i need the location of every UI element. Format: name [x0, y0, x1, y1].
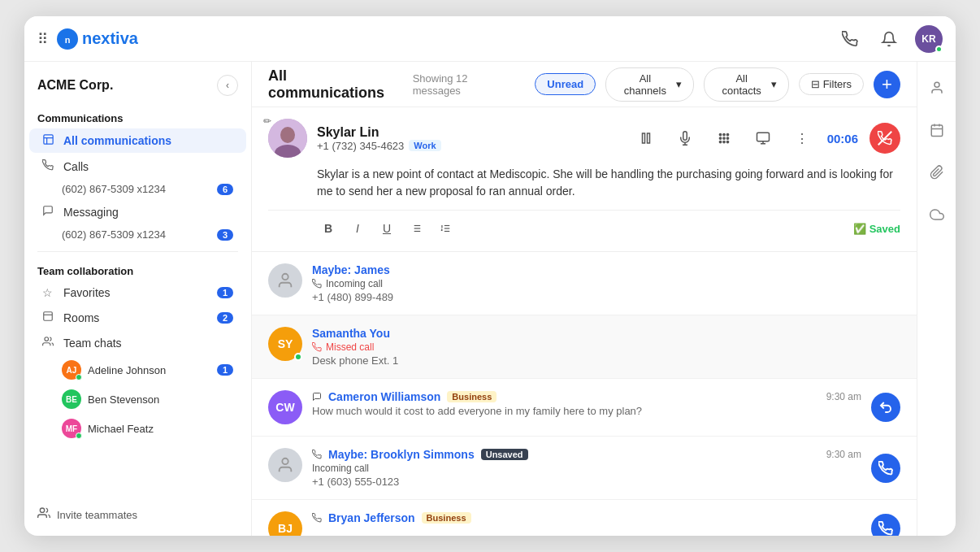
sidebar-item-all-communications[interactable]: All communications: [29, 128, 246, 153]
pause-icon[interactable]: [632, 124, 660, 152]
call-header: ✏ Skylar Lin: [268, 119, 900, 158]
cameron-tag: Business: [447, 391, 497, 402]
cameron-top: Cameron Williamson Business 9:30 am: [312, 390, 861, 403]
call-note[interactable]: Skylar is a new point of contact at Medi…: [268, 166, 900, 200]
call-controls: ⋮ 00:06: [632, 123, 900, 154]
bryan-avatar: BJ: [268, 511, 302, 536]
svg-rect-34: [931, 125, 943, 137]
team-chat-adeline[interactable]: AJ Adeline Johnson 1: [29, 356, 246, 384]
screen-share-icon[interactable]: [749, 124, 777, 152]
italic-btn[interactable]: I: [346, 217, 369, 240]
brooklyn-preview: +1 (603) 555-0123: [312, 476, 861, 488]
samantha-avatar: SY: [268, 327, 302, 361]
rs-attachment-icon[interactable]: [924, 159, 950, 185]
more-options-icon[interactable]: ⋮: [788, 124, 816, 152]
ordered-list-btn[interactable]: [434, 217, 457, 240]
bullet-list-btn[interactable]: [405, 217, 427, 240]
adeline-avatar: AJ: [62, 360, 81, 380]
messaging-badge: 3: [217, 229, 233, 241]
call-icon: [312, 450, 322, 459]
samantha-preview: Desk phone Ext. 1: [312, 354, 900, 367]
michael-avatar: MF: [62, 419, 81, 438]
bryan-name: Bryan Jefferson: [328, 511, 415, 524]
add-button[interactable]: +: [874, 71, 900, 98]
bold-btn[interactable]: B: [317, 217, 340, 240]
cameron-reply-btn[interactable]: [871, 393, 900, 422]
filters-btn[interactable]: ⊟ Filters: [799, 73, 864, 95]
grid-icon[interactable]: ⠿: [37, 30, 48, 48]
sidebar-item-team-chats[interactable]: Team chats: [29, 331, 246, 354]
call-toolbar: B I U ✅ Saved: [268, 210, 900, 240]
sidebar-messaging-number[interactable]: (602) 867-5309 x1234 3: [29, 225, 246, 244]
all-channels-label: All channels: [618, 72, 673, 97]
svg-point-16: [726, 137, 728, 139]
svg-rect-2: [44, 135, 53, 144]
all-contacts-chevron: ▾: [771, 78, 777, 90]
james-name: Maybe: James: [312, 263, 390, 276]
svg-point-17: [719, 141, 721, 142]
bryan-call-icon: [312, 513, 322, 523]
calls-icon: [42, 159, 57, 173]
right-sidebar: [917, 62, 956, 536]
rs-cloud-icon[interactable]: [924, 202, 950, 228]
message-item-cameron[interactable]: CW Cameron Williamson Business 9:30 am H…: [252, 379, 917, 437]
messaging-number-label: (602) 867-5309 x1234: [62, 228, 210, 241]
all-contacts-btn[interactable]: All contacts ▾: [704, 67, 789, 102]
invite-teammates[interactable]: Invite teammates: [24, 497, 251, 523]
sidebar-item-rooms[interactable]: Rooms 2: [29, 306, 246, 329]
all-comms-icon: [42, 133, 57, 148]
rs-calendar-icon[interactable]: [924, 117, 950, 143]
sidebar: ACME Corp. ‹ Communications All communic…: [24, 62, 252, 536]
svg-point-33: [934, 82, 939, 87]
collapse-btn[interactable]: ‹: [217, 75, 238, 96]
samantha-type: Missed call: [312, 341, 900, 353]
svg-point-15: [723, 137, 725, 139]
bell-icon[interactable]: [876, 26, 902, 52]
keypad-icon[interactable]: [710, 124, 738, 152]
mute-icon[interactable]: [671, 124, 699, 152]
team-chat-ben[interactable]: BE Ben Stevenson: [29, 385, 246, 413]
end-call-btn[interactable]: [869, 123, 900, 154]
sidebar-calls-number[interactable]: (602) 867-5309 x1234 6: [29, 180, 246, 198]
message-item-bryan[interactable]: BJ Bryan Jefferson Business: [252, 500, 917, 536]
brooklyn-name: Maybe: Brooklyn Simmons: [328, 448, 475, 461]
svg-point-4: [45, 337, 49, 341]
sidebar-item-favorites[interactable]: ☆ Favorites 1: [29, 281, 246, 304]
team-chat-michael[interactable]: MF Michael Featz: [29, 415, 246, 442]
svg-rect-10: [647, 133, 649, 143]
content-title: All communications: [268, 67, 403, 102]
invite-icon: [37, 506, 50, 523]
call-person-info: Skylar Lin +1 (732) 345-4623 Work: [317, 125, 622, 152]
pencil-icon[interactable]: ✏: [263, 115, 271, 127]
top-bar: ⠿ n nextiva KR: [24, 16, 956, 62]
unread-filter-btn[interactable]: Unread: [535, 73, 596, 95]
favorites-label: Favorites: [63, 286, 210, 299]
online-dot: [935, 46, 943, 53]
ben-avatar: BE: [62, 389, 81, 409]
message-item-brooklyn[interactable]: Maybe: Brooklyn Simmons Unsaved 9:30 am …: [252, 437, 917, 500]
sidebar-item-calls[interactable]: Calls: [29, 154, 246, 178]
svg-point-13: [726, 133, 728, 135]
phone-icon[interactable]: [837, 26, 863, 52]
message-item-samantha[interactable]: SY Samantha You Missed call Desk pho: [252, 315, 917, 379]
rs-person-icon[interactable]: [924, 75, 950, 101]
james-top: Maybe: James: [312, 263, 900, 276]
favorites-badge: 1: [217, 287, 233, 298]
filters-label: Filters: [823, 78, 852, 90]
james-avatar: [268, 263, 302, 298]
underline-btn[interactable]: U: [375, 217, 398, 240]
message-icon: [312, 392, 322, 402]
bryan-call-btn[interactable]: [871, 514, 900, 536]
filter-funnel-icon: ⊟: [811, 78, 820, 90]
brooklyn-type: Incoming call: [312, 463, 861, 474]
all-channels-btn[interactable]: All channels ▾: [605, 67, 694, 102]
logo-icon: n: [56, 28, 79, 50]
call-timer: 00:06: [827, 132, 858, 146]
sidebar-item-messaging[interactable]: Messaging: [29, 200, 246, 224]
message-item-james[interactable]: Maybe: James Incoming call +1 (480) 899-…: [252, 252, 917, 315]
user-avatar[interactable]: KR: [915, 25, 943, 53]
brooklyn-call-btn[interactable]: [871, 454, 900, 483]
calls-badge: 6: [217, 184, 233, 195]
james-type: Incoming call: [312, 278, 900, 289]
brooklyn-top: Maybe: Brooklyn Simmons Unsaved 9:30 am: [312, 448, 861, 461]
